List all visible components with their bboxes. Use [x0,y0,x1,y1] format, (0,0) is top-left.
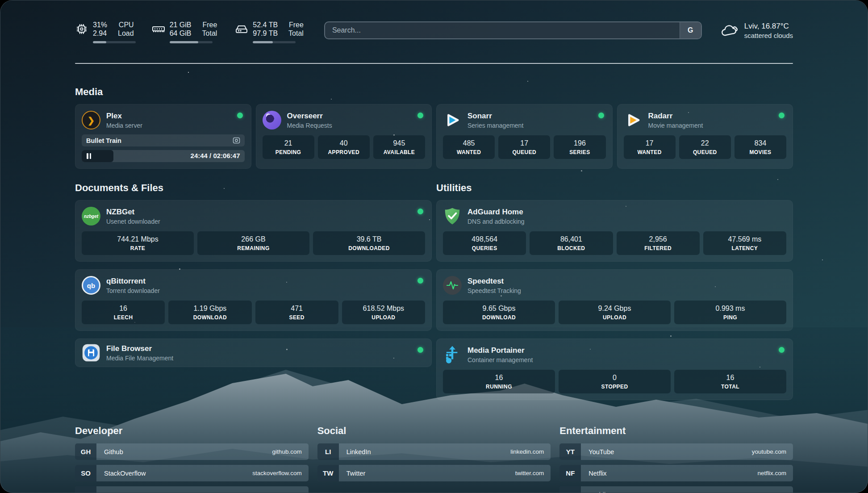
bookmark-row[interactable]: DTDEVdev.to [75,486,309,493]
stat-value: 945 [375,139,423,147]
weather-location-temp: Lviv, 16.87°C [744,21,793,31]
section-title-social: Social [317,425,551,437]
stat-value: 196 [555,139,604,147]
stat-value: 39.6 TB [315,235,423,243]
stat-value: 0 [560,374,669,382]
stat-value: 834 [736,139,785,147]
adguard-icon [443,207,462,226]
service-card-overseerr[interactable]: Overseerr Media Requests 21PENDING40APPR… [256,104,432,169]
stat-label: DOWNLOAD [170,314,250,321]
stat-box: 2,956FILTERED [617,231,700,255]
stat-value: 498,564 [445,235,524,243]
stat-box: 86,401BLOCKED [530,231,613,255]
service-card-portainer[interactable]: Media Portainer Container management 16R… [436,338,793,400]
bookmark-name: DEV [97,486,286,493]
bookmark-name: YouTube [582,443,751,460]
disk-icon [235,22,248,36]
stat-box: 22QUEUED [679,135,731,159]
cpu-icon [75,22,88,36]
bookmark-abbreviation: SO [75,465,96,481]
stat-box: 16RUNNING [443,370,555,393]
disk-total: 97.9 TB [253,29,278,38]
stat-value: 471 [257,305,337,313]
stat-box: 21PENDING [263,135,314,159]
pause-icon [87,153,91,159]
playback-time: 24:44 / 02:06:47 [191,152,240,159]
search-input[interactable] [325,22,680,38]
bookmark-abbreviation: RE [559,486,581,493]
stat-box: 40APPROVED [318,135,370,159]
section-title-media: Media [75,86,793,98]
stat-value: 2,956 [618,235,698,243]
bookmark-row[interactable]: GHGithubgithub.com [75,443,309,460]
section-title-utilities: Utilities [436,182,793,194]
stat-value: 86,401 [531,235,611,243]
stat-value: 40 [320,139,368,147]
stat-box: 485WANTED [443,135,495,159]
service-description: Speedtest Tracking [467,287,521,294]
bookmark-row[interactable]: SOStackOverflowstackoverflow.com [75,465,309,481]
stat-value: 17 [500,139,548,147]
service-card-sonarr[interactable]: Sonarr Series management 485WANTED17QUEU… [436,104,613,169]
developer-links: GHGithubgithub.comSOStackOverflowstackov… [75,443,309,493]
bookmark-row[interactable]: TWTwittertwitter.com [317,465,551,481]
bookmark-row[interactable]: LILinkedInlinkedin.com [317,443,551,460]
bookmark-name: StackOverflow [97,465,252,481]
memory-free: 21 GiB [170,21,192,29]
search-bar[interactable]: G [324,21,702,39]
memory-total: 64 GiB [170,29,192,38]
cpu-progress-bar [93,41,136,43]
stat-label: WANTED [445,149,493,155]
service-description: Usenet downloader [106,218,160,225]
service-card-plex[interactable]: ❯ Plex Media server Bullet Train 24:44 / [75,104,251,169]
memory-widget: 21 GiB 64 GiB Free Total [152,21,217,43]
service-name: Speedtest [467,277,521,286]
stat-box: 196SERIES [554,135,605,159]
search-engine-button[interactable]: G [680,22,701,38]
stat-value: 16 [83,305,163,313]
stat-label: DOWNLOADED [315,245,423,251]
section-title-entertainment: Entertainment [559,425,793,437]
dashboard-window: 31% 2.94 CPU Load [0,0,868,493]
bookmark-url: youtube.com [752,443,793,460]
stat-box: 1.19 GbpsDOWNLOAD [168,301,251,324]
service-description: DNS and adblocking [467,218,525,225]
stat-value: 618.52 Mbps [344,305,423,313]
bookmark-url: twitter.com [515,465,551,481]
service-card-speedtest[interactable]: Speedtest Speedtest Tracking 9.65 GbpsDO… [436,269,793,331]
stat-label: TOTAL [676,384,785,390]
cpu-widget: 31% 2.94 CPU Load [75,21,134,43]
bookmark-row[interactable]: RERedditreddit.com [559,486,793,493]
stat-label: LEECH [83,314,163,321]
service-card-radarr[interactable]: Radarr Movie management 17WANTED22QUEUED… [617,104,793,169]
nzbget-icon: nzbget [82,207,100,226]
stat-box: 266 GBREMAINING [197,231,309,255]
overseerr-icon [263,111,281,130]
bookmark-row[interactable]: YTYouTubeyoutube.com [559,443,793,460]
stat-box: 498,564QUERIES [443,231,526,255]
now-playing-title: Bullet Train [86,137,233,144]
status-online-dot [417,347,423,353]
cpu-label2: Load [118,29,134,38]
bookmark-abbreviation: LI [317,443,339,460]
stat-label: FILTERED [618,245,698,251]
memory-label: Free [202,21,217,29]
stat-value: 0.993 ms [676,305,785,313]
service-card-adguard[interactable]: AdGuard Home DNS and adblocking 498,564Q… [436,200,793,262]
plex-icon: ❯ [82,111,100,130]
cpu-usage: 31% [93,21,107,29]
service-card-filebrowser[interactable]: File Browser Media File Management [75,338,432,367]
bookmark-abbreviation: TW [317,465,339,481]
service-card-nzbget[interactable]: nzbget NZBGet Usenet downloader 744.21 M… [75,200,432,262]
bookmark-row[interactable]: NFNetflixnetflix.com [559,465,793,481]
stat-label: PENDING [264,149,313,155]
service-description: Container management [467,356,533,363]
service-card-qbittorrent[interactable]: qb qBittorrent Torrent downloader 16LEEC… [75,269,432,331]
bookmark-name: Twitter [340,465,515,481]
memory-progress-bar [170,41,213,43]
stat-value: 485 [445,139,493,147]
status-online-dot [598,113,604,118]
header-divider [75,63,793,64]
disk-progress-bar [253,41,296,43]
stat-label: WANTED [626,149,674,155]
